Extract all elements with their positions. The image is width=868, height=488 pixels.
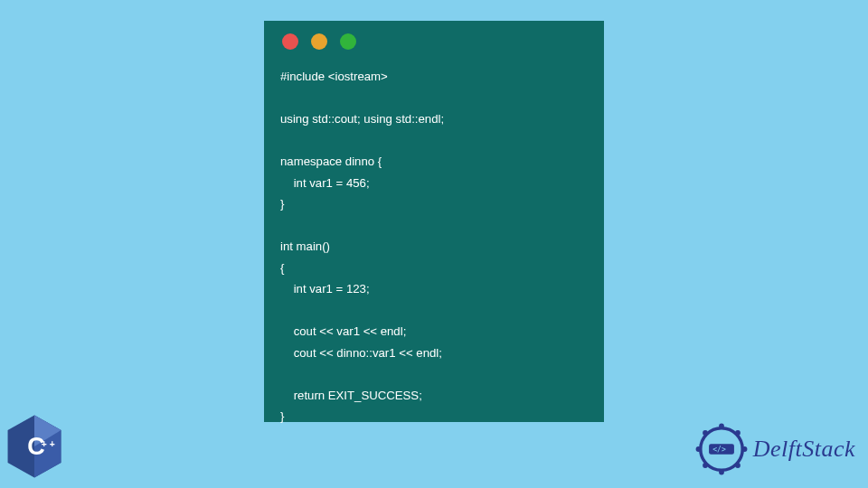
- window-traffic-lights: [280, 33, 588, 50]
- close-icon: [282, 33, 298, 50]
- svg-text:</>: </>: [712, 445, 726, 454]
- svg-text:+: +: [42, 439, 47, 449]
- code-block: #include <iostream> using std::cout; usi…: [280, 66, 588, 427]
- delftstack-wordmark: DelftStack: [753, 436, 855, 463]
- svg-point-8: [741, 446, 747, 452]
- svg-point-9: [735, 463, 741, 468]
- svg-point-7: [735, 430, 741, 436]
- svg-point-13: [703, 430, 708, 436]
- svg-point-6: [719, 424, 724, 429]
- code-window: #include <iostream> using std::cout; usi…: [264, 21, 604, 422]
- svg-text:+: +: [50, 439, 55, 449]
- delftstack-mark-icon: </>: [695, 423, 748, 475]
- svg-point-11: [703, 463, 708, 468]
- svg-point-12: [695, 446, 701, 452]
- svg-point-10: [719, 470, 724, 475]
- minimize-icon: [311, 33, 327, 50]
- cpp-hexagon-icon: C + +: [5, 414, 63, 479]
- maximize-icon: [340, 33, 356, 50]
- cpp-logo: C + +: [5, 414, 63, 479]
- delftstack-logo: </> DelftStack: [695, 423, 855, 475]
